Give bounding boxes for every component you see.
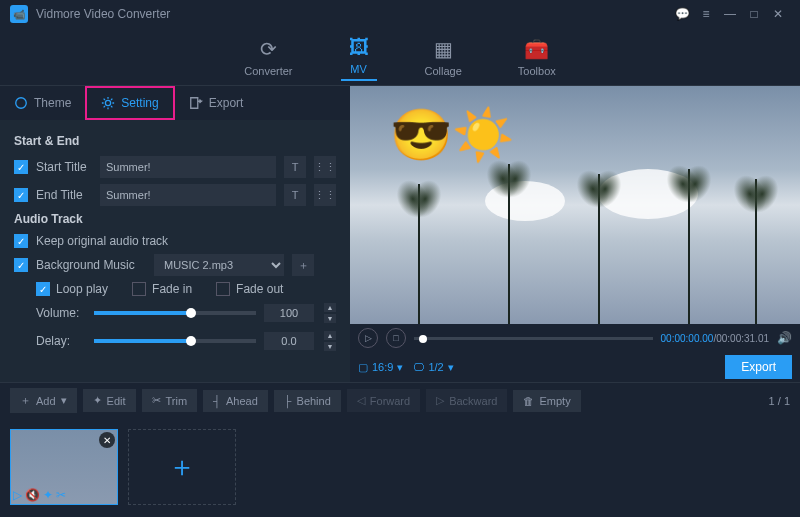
settings-pane: Theme Setting Export Start & End ✓ Start… bbox=[0, 86, 350, 382]
timeline[interactable] bbox=[414, 337, 653, 340]
app-title: Vidmore Video Converter bbox=[36, 7, 170, 21]
volume-label: Volume: bbox=[36, 306, 86, 320]
player-controls: ▷ □ 00:00:00.00/00:00:31.01 🔊 bbox=[350, 324, 800, 352]
tab-setting[interactable]: Setting bbox=[85, 86, 174, 120]
forward-button[interactable]: ◁ Forward bbox=[347, 389, 420, 412]
svg-point-1 bbox=[106, 100, 111, 105]
toolbar: ＋ Add ▾ ✦ Edit ✂ Trim ┤ Ahead ├ Behind ◁… bbox=[0, 382, 800, 418]
play-button[interactable]: ▷ bbox=[358, 328, 378, 348]
svg-point-0 bbox=[16, 98, 27, 109]
delay-down[interactable]: ▼ bbox=[324, 342, 336, 351]
tabs: Theme Setting Export bbox=[0, 86, 350, 120]
add-music-button[interactable]: ＋ bbox=[292, 254, 314, 276]
behind-button[interactable]: ├ Behind bbox=[274, 390, 341, 412]
add-clip-slot[interactable]: ＋ bbox=[128, 429, 236, 505]
backward-button[interactable]: ▷ Backward bbox=[426, 389, 507, 412]
keep-original-label: Keep original audio track bbox=[36, 234, 168, 248]
preview-video[interactable]: 😎☀️ bbox=[350, 86, 800, 324]
clip-play-icon[interactable]: ▷ bbox=[13, 488, 22, 502]
app-logo: 📹 bbox=[10, 5, 28, 23]
fadeout-checkbox[interactable] bbox=[216, 282, 230, 296]
volume-up[interactable]: ▲ bbox=[324, 303, 336, 312]
add-button[interactable]: ＋ Add ▾ bbox=[10, 388, 77, 413]
trim-button[interactable]: ✂ Trim bbox=[142, 389, 198, 412]
end-title-color-button[interactable]: ⋮⋮ bbox=[314, 184, 336, 206]
aspect-ratio-button[interactable]: ▢ 16:9 ▾ bbox=[358, 361, 403, 374]
loop-checkbox[interactable]: ✓ bbox=[36, 282, 50, 296]
bg-music-select[interactable]: MUSIC 2.mp3 bbox=[154, 254, 284, 276]
start-title-color-button[interactable]: ⋮⋮ bbox=[314, 156, 336, 178]
tab-theme[interactable]: Theme bbox=[0, 86, 85, 120]
gear-icon bbox=[101, 96, 115, 110]
menu-icon[interactable]: ≡ bbox=[694, 4, 718, 24]
page-count: 1 / 1 bbox=[769, 395, 790, 407]
start-title-text-button[interactable]: T bbox=[284, 156, 306, 178]
volume-slider[interactable] bbox=[94, 311, 256, 315]
player-controls-2: ▢ 16:9 ▾ 🖵 1/2 ▾ Export bbox=[350, 352, 800, 382]
volume-icon[interactable]: 🔊 bbox=[777, 331, 792, 345]
minimize-button[interactable]: — bbox=[718, 4, 742, 24]
zoom-button[interactable]: 🖵 1/2 ▾ bbox=[413, 361, 453, 374]
fadein-checkbox[interactable] bbox=[132, 282, 146, 296]
converter-icon: ⟳ bbox=[260, 37, 277, 61]
start-title-label: Start Title bbox=[36, 160, 92, 174]
remove-clip-button[interactable]: ✕ bbox=[99, 432, 115, 448]
end-title-checkbox[interactable]: ✓ bbox=[14, 188, 28, 202]
volume-value[interactable]: 100 bbox=[264, 304, 314, 322]
titlebar: 📹 Vidmore Video Converter 💬 ≡ — □ ✕ bbox=[0, 0, 800, 28]
mv-icon: 🖼 bbox=[349, 36, 369, 59]
end-title-text-button[interactable]: T bbox=[284, 184, 306, 206]
end-title-input[interactable] bbox=[100, 184, 276, 206]
clip-thumbnail[interactable]: ✕ ▷ 🔇 ✦ ✂ bbox=[10, 429, 118, 505]
sun-sticker: 😎☀️ bbox=[390, 106, 514, 164]
volume-down[interactable]: ▼ bbox=[324, 314, 336, 323]
collage-icon: ▦ bbox=[434, 37, 453, 61]
thumbnail-strip: ✕ ▷ 🔇 ✦ ✂ ＋ bbox=[0, 418, 800, 516]
delay-label: Delay: bbox=[36, 334, 86, 348]
clip-edit-icon[interactable]: ✦ bbox=[43, 488, 53, 502]
keep-original-checkbox[interactable]: ✓ bbox=[14, 234, 28, 248]
empty-button[interactable]: 🗑 Empty bbox=[513, 390, 580, 412]
ahead-button[interactable]: ┤ Ahead bbox=[203, 390, 268, 412]
nav-converter[interactable]: ⟳ Converter bbox=[236, 33, 300, 81]
delay-value[interactable]: 0.0 bbox=[264, 332, 314, 350]
theme-icon bbox=[14, 96, 28, 110]
end-title-label: End Title bbox=[36, 188, 92, 202]
bg-music-label: Background Music bbox=[36, 258, 146, 272]
delay-up[interactable]: ▲ bbox=[324, 331, 336, 340]
delay-slider[interactable] bbox=[94, 339, 256, 343]
audio-track-header: Audio Track bbox=[14, 212, 336, 226]
preview-pane: 😎☀️ ▷ □ 00:00:00.00/00:00:31.01 🔊 ▢ 16:9… bbox=[350, 86, 800, 382]
nav-collage[interactable]: ▦ Collage bbox=[417, 33, 470, 81]
toolbox-icon: 🧰 bbox=[524, 37, 549, 61]
nav-mv[interactable]: 🖼 MV bbox=[341, 32, 377, 81]
export-icon bbox=[189, 96, 203, 110]
start-end-header: Start & End bbox=[14, 134, 336, 148]
feedback-icon[interactable]: 💬 bbox=[670, 4, 694, 24]
edit-button[interactable]: ✦ Edit bbox=[83, 389, 136, 412]
close-button[interactable]: ✕ bbox=[766, 4, 790, 24]
export-button[interactable]: Export bbox=[725, 355, 792, 379]
tab-export[interactable]: Export bbox=[175, 86, 258, 120]
stop-button[interactable]: □ bbox=[386, 328, 406, 348]
nav-toolbox[interactable]: 🧰 Toolbox bbox=[510, 33, 564, 81]
start-title-input[interactable] bbox=[100, 156, 276, 178]
time-display: 00:00:00.00/00:00:31.01 bbox=[661, 333, 769, 344]
maximize-button[interactable]: □ bbox=[742, 4, 766, 24]
start-title-checkbox[interactable]: ✓ bbox=[14, 160, 28, 174]
bg-music-checkbox[interactable]: ✓ bbox=[14, 258, 28, 272]
clip-mute-icon[interactable]: 🔇 bbox=[25, 488, 40, 502]
clip-trim-icon[interactable]: ✂ bbox=[56, 488, 66, 502]
top-nav: ⟳ Converter 🖼 MV ▦ Collage 🧰 Toolbox bbox=[0, 28, 800, 86]
